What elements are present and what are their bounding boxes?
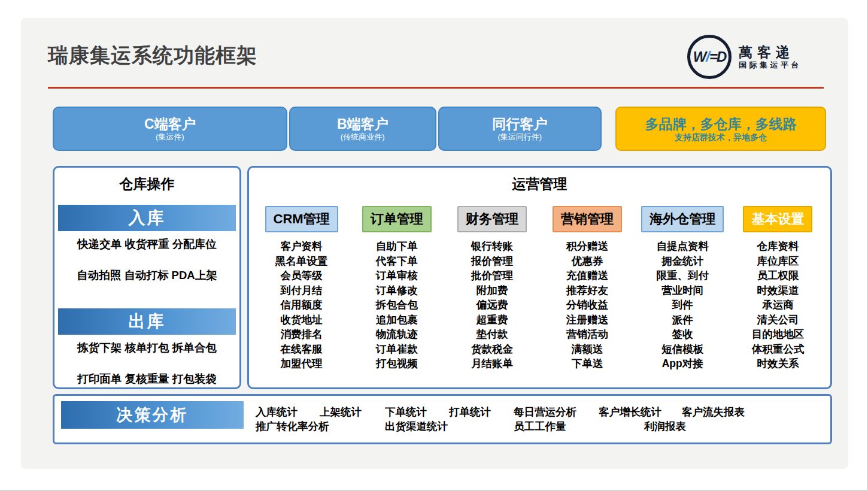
highlight-subtitle: 支持店群技术，异地多仓 xyxy=(675,132,767,143)
highlight-title: 多品牌，多仓库，多线路 xyxy=(645,116,797,132)
operations-management-panel: 运营管理 CRM管理 客户资料 黑名单设置 会员等级 到付月结 信用额度 收货地… xyxy=(247,166,832,389)
inbound-row-2: 自动拍照 自动打标 PDA上架 xyxy=(77,269,217,281)
marketing-function-list: 积分赠送 优惠券 充值赠送 推荐好友 分销收益 注册赠送 营销活动 满额送 下单… xyxy=(566,239,608,371)
decision-item: 利润报表 xyxy=(644,419,686,434)
ops-column-finance: 财务管理 银行转账 报价管理 批价管理 附加费 偏远费 超重费 垫付款 货款税金… xyxy=(444,206,539,371)
multi-brand-highlight: 多品牌，多仓库，多线路 支持店群技术，异地多仓 xyxy=(615,107,826,151)
brand-tagline: 国际集运平台 xyxy=(739,60,802,70)
settings-function-list: 仓库资料 库位库区 员工权限 时效渠道 承运商 清关公司 目的地地区 体积重公式… xyxy=(752,239,805,371)
warehouse-operations-panel: 仓库操作 入库 快递交单 收货秤重 分配库位 自动拍照 自动打标 PDA上架 出… xyxy=(53,166,241,389)
customer-c-button: C端客户 (集运件) xyxy=(53,107,287,151)
operations-columns: CRM管理 客户资料 黑名单设置 会员等级 到付月结 信用额度 收货地址 消费排… xyxy=(254,206,825,371)
logo-wkd-mark: W/=D xyxy=(693,49,726,65)
inbound-row-1: 快递交单 收货秤重 分配库位 xyxy=(77,238,216,250)
outbound-section-bar: 出库 xyxy=(58,308,236,335)
customer-peer-button: 同行客户 (集运同行件) xyxy=(438,107,602,151)
finance-header-chip: 财务管理 xyxy=(457,206,527,232)
page-title: 瑞康集运系统功能框架 xyxy=(48,42,257,69)
customer-type-row: C端客户 (集运件) B端客户 (传统商业件) 同行客户 (集运同行件) 多品牌… xyxy=(53,107,826,151)
operations-panel-title: 运营管理 xyxy=(249,175,830,194)
logo-circle-icon: W/=D xyxy=(687,35,732,79)
finance-function-list: 银行转账 报价管理 批价管理 附加费 偏远费 超重费 垫付款 货款税金 月结账单 xyxy=(471,239,513,371)
inbound-section-bar: 入库 xyxy=(58,205,236,231)
decision-item: 上架统计 xyxy=(320,405,362,419)
customer-b-button: B端客户 (传统商业件) xyxy=(289,107,436,151)
decision-item: 推广转化率分析 xyxy=(256,419,329,434)
settings-header-chip: 基本设置 xyxy=(743,206,812,232)
customer-c-title: C端客户 xyxy=(144,116,196,132)
customer-b-subtitle: (传统商业件) xyxy=(341,132,385,142)
decision-item: 下单统计 xyxy=(385,405,427,419)
marketing-header-chip: 营销管理 xyxy=(553,206,622,232)
customer-peer-title: 同行客户 xyxy=(492,116,547,132)
decision-section-bar: 决策分析 xyxy=(61,401,244,429)
decision-item: 客户流失报表 xyxy=(682,405,745,419)
decision-item: 每日营运分析 xyxy=(514,405,576,419)
decision-item: 打单统计 xyxy=(449,405,491,419)
ops-column-overseas: 海外仓管理 自提点资料 拥金统计 限重、到付 营业时间 到件 派件 签收 短信模… xyxy=(635,206,730,371)
logo-text: 萬客递 国际集运平台 xyxy=(739,44,802,70)
decision-item: 入库统计 xyxy=(256,405,298,419)
customer-buttons-group: C端客户 (集运件) B端客户 (传统商业件) 同行客户 (集运同行件) xyxy=(53,107,602,151)
ops-column-order: 订单管理 自助下单 代客下单 订单审核 订单修改 拆包合包 追加包裹 物流轨迹 … xyxy=(349,206,444,371)
overseas-function-list: 自提点资料 拥金统计 限重、到付 营业时间 到件 派件 签收 短信模板 App对… xyxy=(656,239,709,371)
title-divider xyxy=(48,87,824,89)
decision-item: 出货渠道统计 xyxy=(385,419,448,434)
inbound-function-list: 快递交单 收货秤重 分配库位 自动拍照 自动打标 PDA上架 xyxy=(54,237,239,283)
crm-header-chip: CRM管理 xyxy=(265,206,338,232)
ops-column-marketing: 营销管理 积分赠送 优惠券 充值赠送 推荐好友 分销收益 注册赠送 营销活动 满… xyxy=(540,206,635,371)
customer-c-subtitle: (集运件) xyxy=(156,132,184,142)
decision-item: 客户增长统计 xyxy=(599,405,661,419)
crm-function-list: 客户资料 黑名单设置 会员等级 到付月结 信用额度 收货地址 消费排名 在线客服… xyxy=(275,239,328,371)
order-header-chip: 订单管理 xyxy=(362,206,432,232)
brand-logo: W/=D 萬客递 国际集运平台 xyxy=(687,35,802,79)
customer-peer-subtitle: (集运同行件) xyxy=(498,132,542,142)
overseas-header-chip: 海外仓管理 xyxy=(641,206,724,232)
logo-blue-slash: / xyxy=(705,49,709,65)
order-function-list: 自助下单 代客下单 订单审核 订单修改 拆包合包 追加包裹 物流轨迹 订单崔款 … xyxy=(376,239,418,371)
decision-analysis-panel: 决策分析 入库统计 上架统计 下单统计 打单统计 每日营运分析 客户增长统计 客… xyxy=(53,394,832,444)
warehouse-panel-title: 仓库操作 xyxy=(54,175,239,194)
outbound-row-1: 拣货下架 核单打包 拆单合包 xyxy=(77,341,216,354)
brand-name: 萬客递 xyxy=(739,44,802,60)
customer-b-title: B端客户 xyxy=(337,116,389,132)
outbound-row-2: 打印面单 复核重量 打包装袋 xyxy=(77,372,216,385)
decision-item: 员工工作量 xyxy=(514,419,566,434)
ops-column-crm: CRM管理 客户资料 黑名单设置 会员等级 到付月结 信用额度 收货地址 消费排… xyxy=(254,206,349,371)
ops-column-settings: 基本设置 仓库资料 库位库区 员工权限 时效渠道 承运商 清关公司 目的地地区 … xyxy=(730,206,825,371)
